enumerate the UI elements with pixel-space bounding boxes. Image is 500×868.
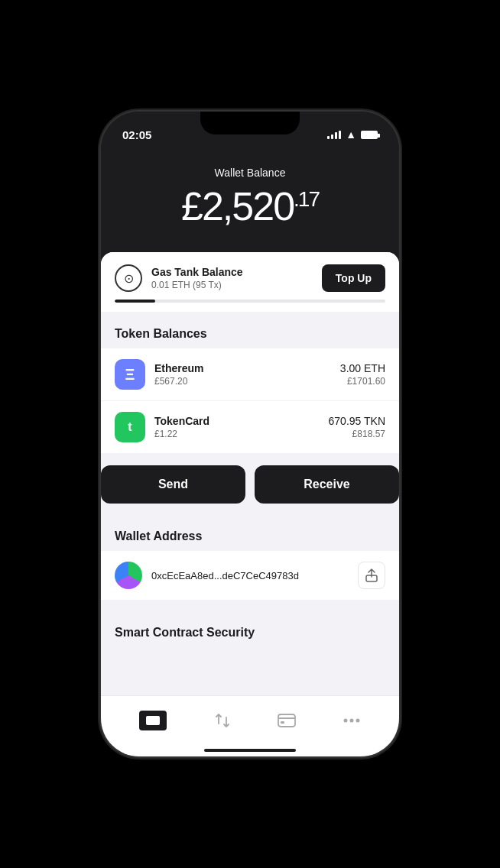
eth-amount: 3.00 ETH [340,362,385,374]
action-buttons: Send Receive [101,465,399,516]
address-card: 0xcEcEaA8ed...deC7CeC49783d [101,551,399,600]
gas-tank-row: ⊙ Gas Tank Balance 0.01 ETH (95 Tx) Top … [115,264,385,292]
tkn-name: TokenCard [154,415,209,427]
balance-whole: £2,520 [181,184,294,228]
transfer-icon [213,711,232,730]
home-indicator [204,749,296,752]
eth-value: £1701.60 [340,376,385,387]
eth-icon: Ξ [115,359,145,390]
tkn-info: TokenCard £1.22 [154,415,209,439]
address-left: 0xcEcEaA8ed...deC7CeC49783d [115,562,299,589]
address-text: 0xcEcEaA8ed...deC7CeC49783d [151,570,299,581]
nav-item-card[interactable] [265,710,308,731]
token-row-tkn: t TokenCard £1.22 670.95 TKN £818.57 [101,400,399,453]
svg-point-5 [349,718,353,722]
top-up-button[interactable]: Top Up [322,264,385,292]
wallet-nav-icon [139,711,167,730]
bottom-nav [101,695,399,756]
nav-item-transfer[interactable] [201,708,244,733]
share-icon[interactable] [358,562,385,589]
balance-cents: .17 [294,187,319,211]
address-avatar [115,562,142,589]
gas-progress-bar [115,300,385,303]
main-content: ⊙ Gas Tank Balance 0.01 ETH (95 Tx) Top … [101,252,399,708]
token-balances-header: Token Balances [101,313,399,348]
token-left-eth: Ξ Ethereum £567.20 [115,359,204,390]
wallet-balance-label: Wallet Balance [116,167,384,179]
card-icon [278,713,296,728]
eth-right: 3.00 ETH £1701.60 [340,362,385,387]
nav-item-more[interactable] [330,714,373,727]
phone-frame: 02:05 ▲ Wallet Balance £2,520.17 [0,0,500,868]
tkn-amount: 670.95 TKN [329,415,385,427]
more-icon [343,717,361,724]
eth-info: Ethereum £567.20 [154,362,204,387]
gas-tank-card: ⊙ Gas Tank Balance 0.01 ETH (95 Tx) Top … [101,252,399,312]
smart-contract-header: Smart Contract Security [101,612,399,647]
gas-tank-left: ⊙ Gas Tank Balance 0.01 ETH (95 Tx) [115,264,243,292]
wallet-header: Wallet Balance £2,520.17 [101,148,399,252]
send-button[interactable]: Send [101,465,245,504]
svg-point-6 [356,718,359,722]
screen-content: 02:05 ▲ Wallet Balance £2,520.17 [101,112,399,756]
scrollable-content: ⊙ Gas Tank Balance 0.01 ETH (95 Tx) Top … [101,252,399,756]
status-time: 02:05 [122,128,151,141]
eth-price: £567.20 [154,376,204,387]
gas-tank-info: Gas Tank Balance 0.01 ETH (95 Tx) [151,266,243,290]
receive-button[interactable]: Receive [255,465,399,504]
tkn-right: 670.95 TKN £818.57 [329,415,385,439]
battery-icon [361,131,378,139]
tkn-icon: t [115,412,145,442]
wifi-icon: ▲ [346,128,356,141]
gas-tank-subtitle: 0.01 ETH (95 Tx) [151,280,243,290]
tkn-value: £818.57 [329,429,385,439]
eth-name: Ethereum [154,362,204,374]
nav-item-wallet[interactable] [127,708,179,734]
gas-tank-title: Gas Tank Balance [151,266,243,278]
token-left-tkn: t TokenCard £1.22 [115,412,209,442]
svg-point-4 [343,718,347,722]
phone-screen: 02:05 ▲ Wallet Balance £2,520.17 [101,112,399,756]
gas-gauge-icon: ⊙ [115,264,142,292]
svg-rect-1 [278,714,295,727]
status-icons: ▲ [327,128,378,141]
wallet-address-header: Wallet Address [101,516,399,551]
token-row-eth: Ξ Ethereum £567.20 3.00 ETH £1701.60 [101,348,399,400]
token-balances-card: Ξ Ethereum £567.20 3.00 ETH £1701.60 [101,348,399,453]
wallet-balance-amount: £2,520.17 [116,183,384,229]
tkn-price: £1.22 [154,429,209,439]
svg-rect-3 [281,721,284,724]
notch [200,112,300,134]
gas-progress-fill [115,300,155,303]
signal-bars-icon [327,131,341,139]
